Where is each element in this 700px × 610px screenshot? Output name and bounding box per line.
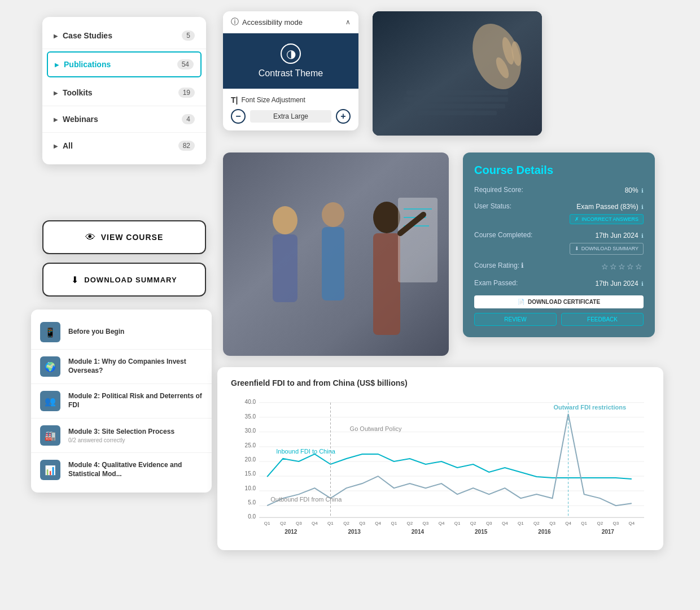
svg-rect-13 bbox=[322, 227, 344, 300]
module-item-2[interactable]: 👥 Module 2: Political Risk and Deterrent… bbox=[31, 384, 212, 419]
svg-text:Q4: Q4 bbox=[312, 521, 318, 526]
user-status-info-icon: ℹ bbox=[641, 204, 644, 210]
contrast-theme-button[interactable]: ◑ Contrast Theme bbox=[223, 33, 358, 89]
module-text-1: Module 1: Why do Companies Invest Overse… bbox=[68, 358, 203, 375]
nav-badge-case-studies: 5 bbox=[182, 30, 195, 41]
svg-text:15.0: 15.0 bbox=[245, 470, 256, 477]
svg-text:Q1: Q1 bbox=[454, 521, 461, 526]
module-title-4: Module 4: Qualitative Evidence and Stati… bbox=[68, 461, 203, 478]
svg-point-14 bbox=[373, 202, 400, 233]
accessibility-card: ⓘ Accessibility mode ∧ ◑ Contrast Theme … bbox=[223, 11, 358, 130]
view-course-label: VIEW COURSE bbox=[101, 233, 164, 242]
contrast-theme-label: Contrast Theme bbox=[259, 68, 323, 79]
course-completed-label: Course Completed: bbox=[474, 231, 542, 239]
inbound-fdi-label: Inbound FDI to China bbox=[276, 448, 336, 455]
module-title-1: Module 1: Why do Companies Invest Overse… bbox=[68, 358, 203, 375]
outbound-fdi-label: Outbound FDI from China bbox=[270, 496, 342, 503]
svg-text:30.0: 30.0 bbox=[245, 428, 256, 434]
course-rating-label: Course Rating: ℹ bbox=[474, 262, 542, 269]
module-title-2: Module 2: Political Risk and Deterrents … bbox=[68, 392, 203, 409]
chart-card: Greenfield FDI to and from China (US$ bi… bbox=[217, 367, 663, 550]
font-size-label-row: T| Font Size Adjustment bbox=[231, 95, 351, 104]
font-increase-button[interactable]: + bbox=[336, 109, 351, 124]
module-icon-3: 🏭 bbox=[40, 425, 60, 446]
module-sub-3: 0/2 answered correctly bbox=[68, 437, 203, 443]
nav-badge-all: 82 bbox=[178, 141, 195, 151]
course-completed-value: 17th Jun 2024 ℹ ⬇ DOWNLOAD SUMMARY bbox=[542, 231, 644, 254]
svg-text:35.0: 35.0 bbox=[245, 413, 256, 420]
user-status-value: Exam Passed (83%) ℹ ✗ INCORRECT ANSWERS bbox=[542, 202, 644, 224]
font-decrease-button[interactable]: − bbox=[231, 109, 246, 124]
course-rating-info-icon: ℹ bbox=[521, 262, 524, 269]
nav-label-toolkits: Toolkits bbox=[63, 88, 93, 97]
exam-passed-label: Exam Passed: bbox=[474, 279, 542, 287]
module-icon-before-begin: 📱 bbox=[40, 322, 60, 342]
module-item-before-begin[interactable]: 📱 Before you Begin bbox=[31, 315, 212, 350]
download-summary-card[interactable]: ⬇ DOWNLOAD SUMMARY bbox=[42, 263, 206, 297]
nav-item-case-studies[interactable]: ▶ Case Studies 5 bbox=[42, 23, 206, 49]
svg-text:25.0: 25.0 bbox=[245, 442, 256, 448]
module-title-3: Module 3: Site Selection Process bbox=[68, 428, 203, 437]
svg-text:Q2: Q2 bbox=[280, 521, 286, 526]
download-icon-small: ⬇ bbox=[575, 245, 579, 252]
nav-item-publications[interactable]: ▶ Publications 54 bbox=[47, 51, 202, 77]
svg-text:Q4: Q4 bbox=[439, 521, 445, 526]
course-details-title: Course Details bbox=[474, 164, 644, 177]
module-item-4[interactable]: 📊 Module 4: Qualitative Evidence and Sta… bbox=[31, 453, 212, 487]
nav-label-case-studies: Case Studies bbox=[63, 31, 112, 40]
feedback-button[interactable]: FEEDBACK bbox=[561, 313, 644, 326]
nav-item-webinars[interactable]: ▶ Webinars 4 bbox=[42, 106, 206, 133]
accessibility-collapse-icon[interactable]: ∧ bbox=[345, 18, 351, 26]
font-size-label: Font Size Adjustment bbox=[241, 96, 305, 104]
laptop-illustration bbox=[373, 11, 542, 136]
eye-icon: 👁 bbox=[85, 232, 95, 243]
svg-rect-3 bbox=[409, 104, 505, 108]
nav-label-all: All bbox=[63, 141, 73, 150]
course-completed-info-icon: ℹ bbox=[641, 233, 644, 239]
view-course-card[interactable]: 👁 VIEW COURSE bbox=[42, 220, 206, 254]
svg-text:Q2: Q2 bbox=[597, 521, 603, 526]
nav-item-toolkits[interactable]: ▶ Toolkits 19 bbox=[42, 80, 206, 106]
module-list-card: 📱 Before you Begin 🌍 Module 1: Why do Co… bbox=[31, 310, 212, 493]
laptop-photo bbox=[373, 11, 542, 136]
chart-area: 40.0 35.0 30.0 25.0 20.0 15.0 10.0 5.0 0… bbox=[231, 394, 650, 541]
svg-rect-2 bbox=[404, 97, 508, 102]
required-score-info-icon: ℹ bbox=[641, 188, 644, 194]
download-summary-label: DOWNLOAD SUMMARY bbox=[84, 276, 177, 284]
module-icon-1: 🌍 bbox=[40, 356, 60, 377]
nav-arrow-case-studies: ▶ bbox=[54, 33, 58, 39]
nav-label-webinars: Webinars bbox=[63, 115, 98, 124]
svg-rect-4 bbox=[418, 111, 497, 115]
module-title-before-begin: Before you Begin bbox=[68, 328, 203, 337]
svg-text:Q1: Q1 bbox=[327, 521, 334, 526]
download-summary-btn[interactable]: ⬇ DOWNLOAD SUMMARY bbox=[570, 243, 644, 255]
module-text-2: Module 2: Political Risk and Deterrents … bbox=[68, 392, 203, 409]
review-button[interactable]: REVIEW bbox=[474, 313, 557, 326]
font-icon: T| bbox=[231, 95, 238, 104]
nav-arrow-toolkits: ▶ bbox=[54, 90, 58, 96]
download-certificate-button[interactable]: 📄 DOWNLOAD CERTIFICATE bbox=[474, 295, 644, 308]
nav-arrow-webinars: ▶ bbox=[54, 116, 58, 123]
course-rating-stars: ☆☆☆☆☆ bbox=[542, 262, 644, 273]
nav-item-all[interactable]: ▶ All 82 bbox=[42, 133, 206, 159]
required-score-label: Required Score: bbox=[474, 186, 542, 194]
team-photo-card bbox=[223, 152, 449, 356]
module-item-3[interactable]: 🏭 Module 3: Site Selection Process 0/2 a… bbox=[31, 419, 212, 453]
svg-text:Q3: Q3 bbox=[549, 521, 555, 526]
contrast-icon: ◑ bbox=[281, 43, 301, 64]
download-icon: ⬇ bbox=[71, 274, 78, 285]
accessibility-icon: ⓘ bbox=[231, 17, 239, 27]
exam-passed-info-icon: ℹ bbox=[641, 281, 644, 287]
module-text-4: Module 4: Qualitative Evidence and Stati… bbox=[68, 461, 203, 478]
cd-row-exam-passed: Exam Passed: 17th Jun 2024 ℹ bbox=[474, 279, 644, 289]
svg-text:Q1: Q1 bbox=[518, 521, 524, 526]
incorrect-answers-badge[interactable]: ✗ INCORRECT ANSWERS bbox=[570, 214, 644, 225]
module-icon-2: 👥 bbox=[40, 391, 60, 411]
svg-rect-15 bbox=[373, 233, 400, 335]
module-item-1[interactable]: 🌍 Module 1: Why do Companies Invest Over… bbox=[31, 350, 212, 384]
user-status-label: User Status: bbox=[474, 202, 542, 210]
chart-svg: 40.0 35.0 30.0 25.0 20.0 15.0 10.0 5.0 0… bbox=[231, 394, 650, 541]
nav-arrow-publications: ▶ bbox=[55, 62, 59, 68]
svg-rect-1 bbox=[406, 90, 508, 95]
cd-bottom-buttons: REVIEW FEEDBACK bbox=[474, 313, 644, 326]
